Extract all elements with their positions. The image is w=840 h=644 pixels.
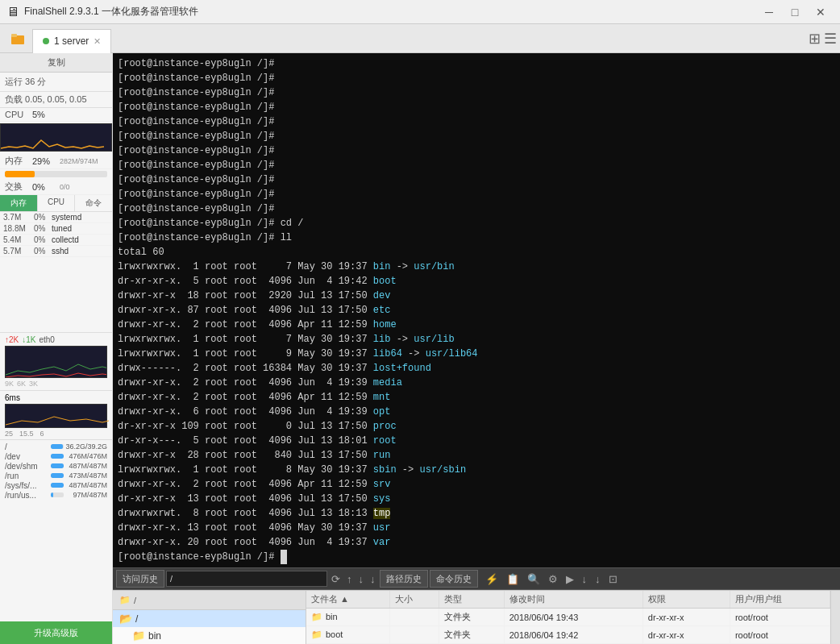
grid-view-icon[interactable]: ⊞	[809, 30, 821, 48]
net-val3: 3K	[29, 380, 38, 388]
disk-name: /dev	[5, 452, 49, 461]
folder-icon-sm: 📁	[132, 629, 145, 642]
col-name[interactable]: 文件名 ▲	[306, 591, 390, 609]
cpu-label: CPU	[5, 110, 29, 119]
titlebar: 🖥 FinalShell 2.9.3.1 一体化服务器管理软件 ─ □ ✕	[0, 0, 840, 24]
term-line: drwxr-xr-x 18 root root 2920 Jul 13 17:5…	[118, 289, 835, 303]
disk-row: /dev 476M/476M	[5, 452, 107, 461]
proc-mem: 5.4M	[3, 235, 34, 244]
latency-section: 6ms 25 15.5 6	[0, 390, 112, 439]
upgrade-button[interactable]: 升级高级版	[0, 621, 112, 644]
net-graph	[5, 346, 107, 378]
disk-bar	[51, 473, 64, 478]
latency-vals: 25 15.5 6	[5, 430, 107, 438]
server-tab[interactable]: 1 server ✕	[32, 29, 111, 53]
proc-cpu: 0%	[34, 224, 52, 233]
term-line: dr-xr-x---. 5 root root 4096 Jul 13 18:0…	[118, 434, 835, 448]
refresh-icon[interactable]: ⟳	[329, 573, 343, 585]
proc-cmd: collectd	[52, 235, 109, 244]
term-line: [root@instance-eyp8ugln /]#	[118, 143, 835, 158]
file-owner: root/root	[730, 609, 830, 626]
maximize-button[interactable]: □	[782, 0, 808, 24]
settings-icon[interactable]: ⚙	[546, 573, 560, 585]
svg-rect-1	[11, 34, 17, 37]
list-view-icon[interactable]: ☰	[824, 30, 837, 48]
view-icons: ⊞ ☰	[809, 30, 837, 48]
proc-cmd: sshd	[52, 247, 109, 256]
disk-row: /dev/shm 487M/487M	[5, 462, 107, 471]
term-line: [root@instance-eyp8ugln /]#	[118, 202, 835, 216]
dl2-icon[interactable]: ↓	[593, 573, 603, 585]
term-line: drwxr-xr-x. 2 root root 4096 Jun 4 19:39…	[118, 376, 835, 390]
tab-close-icon[interactable]: ✕	[94, 36, 101, 47]
term-line: drwxr-xr-x. 87 root root 4096 Jul 13 17:…	[118, 303, 835, 318]
disk-bar	[51, 463, 64, 468]
mem-metric: 内存 29% 282M/974M	[0, 153, 112, 169]
tab-cmd[interactable]: 命令	[75, 195, 112, 211]
terminal-output[interactable]: [root@instance-eyp8ugln /]# [root@instan…	[113, 53, 840, 567]
term-line: [root@instance-eyp8ugln /]#	[118, 85, 835, 100]
col-size[interactable]: 大小	[390, 591, 439, 609]
latency-label: 6ms	[5, 393, 20, 402]
mem-detail: 282M/974M	[60, 157, 98, 165]
term-line: total 60	[118, 245, 835, 260]
search-icon[interactable]: 🔍	[525, 573, 543, 585]
mem-bar-container	[0, 169, 112, 179]
cpu-value: 5%	[32, 110, 56, 119]
lightning-icon[interactable]: ⚡	[483, 573, 501, 585]
load-info: 负载 0.05, 0.05, 0.05	[0, 92, 112, 108]
col-perm[interactable]: 权限	[642, 591, 730, 609]
net-val2: 6K	[17, 380, 26, 388]
term-line: [root@instance-eyp8ugln /]#	[118, 129, 835, 143]
term-line: [root@instance-eyp8ugln /]# ll	[118, 231, 835, 245]
term-line: drwxr-xr-x. 20 root root 4096 Jun 4 19:3…	[118, 535, 835, 550]
file-mtime: 2018/06/04 19:42	[504, 626, 642, 644]
swap-detail: 0/0	[60, 183, 70, 191]
tree-item-bin[interactable]: 📁 bin	[113, 627, 306, 644]
close-button[interactable]: ✕	[808, 0, 834, 24]
file-row[interactable]: 📁bin 文件夹 2018/06/04 19:43 dr-xr-xr-x roo…	[306, 609, 830, 626]
disk-name: /run	[5, 472, 49, 480]
tab-cpu[interactable]: CPU	[38, 195, 76, 211]
dl-icon[interactable]: ↓	[580, 573, 590, 585]
copy-button[interactable]: 复制	[0, 53, 112, 73]
disk-name: /	[5, 442, 49, 451]
term-line: drwxrwxrwt. 8 root root 4096 Jul 13 18:1…	[118, 506, 835, 521]
download-icon[interactable]: ↓	[356, 573, 367, 585]
upload-icon[interactable]: ↑	[344, 573, 355, 585]
path-history-button[interactable]: 访问历史	[116, 570, 164, 588]
route-history-button[interactable]: 路径历史	[380, 570, 428, 588]
connection-dot	[43, 38, 49, 44]
path-input[interactable]	[166, 571, 327, 587]
col-type[interactable]: 类型	[439, 591, 504, 609]
cmd-history-button[interactable]: 命令历史	[430, 570, 478, 588]
proc-cpu: 0%	[34, 247, 52, 256]
folder-open-icon: 📂	[119, 613, 132, 625]
col-owner[interactable]: 用户/用户组	[730, 591, 830, 609]
terminal-icon[interactable]: ⊡	[606, 573, 620, 585]
download2-icon[interactable]: ↓	[368, 573, 378, 585]
file-list: 文件名 ▲ 大小 类型 修改时间 权限 用户/用户组 📁bin 文件夹	[306, 591, 830, 644]
proc-cmd: tuned	[52, 224, 109, 233]
tab-mem[interactable]: 内存	[0, 195, 38, 211]
disk-bar-bg	[51, 444, 64, 449]
disk-size: 487M/487M	[65, 481, 107, 489]
tree-item-root[interactable]: 📂 /	[113, 610, 306, 627]
minimize-button[interactable]: ─	[756, 0, 782, 24]
folder-icon[interactable]	[3, 24, 32, 53]
term-line: [root@instance-eyp8ugln /]#	[118, 158, 835, 172]
col-mtime[interactable]: 修改时间	[504, 591, 642, 609]
file-size	[390, 609, 439, 626]
term-line: [root@instance-eyp8ugln /]# cd /	[118, 216, 835, 231]
term-line: drwxr-xr-x. 13 root root 4096 May 30 19:…	[118, 521, 835, 535]
net-up: ↑2K	[5, 335, 19, 344]
proc-cpu: 0%	[34, 213, 52, 222]
scrollbar[interactable]	[830, 591, 840, 644]
lat-val3: 6	[40, 430, 44, 438]
copy-icon[interactable]: 📋	[504, 573, 522, 585]
term-line: [root@instance-eyp8ugln /]#	[118, 56, 835, 71]
play-icon[interactable]: ▶	[563, 573, 576, 585]
file-row[interactable]: 📁boot 文件夹 2018/06/04 19:42 dr-xr-xr-x ro…	[306, 626, 830, 644]
mem-label: 内存	[5, 155, 29, 167]
lat-val1: 25	[5, 430, 13, 438]
